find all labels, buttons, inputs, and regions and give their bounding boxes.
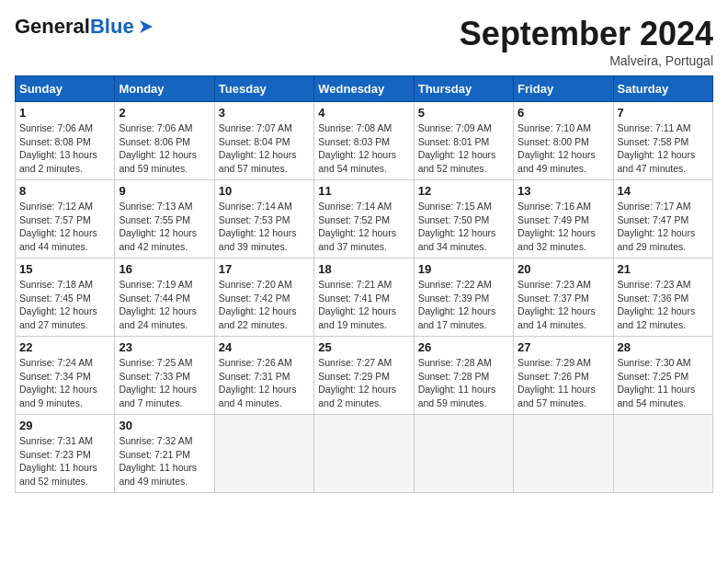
calendar-cell: 10 Sunrise: 7:14 AMSunset: 7:53 PMDaylig… — [214, 180, 313, 259]
header-saturday: Saturday — [613, 76, 712, 102]
calendar-cell: 20 Sunrise: 7:23 AMSunset: 7:37 PMDaylig… — [514, 259, 613, 337]
day-number: 6 — [518, 106, 609, 120]
day-info: Sunrise: 7:28 AMSunset: 7:28 PMDaylight:… — [418, 356, 509, 410]
weekday-header-row: Sunday Monday Tuesday Wednesday Thursday… — [16, 76, 713, 102]
day-number: 16 — [119, 262, 210, 276]
day-number: 27 — [518, 340, 609, 354]
day-number: 26 — [418, 340, 509, 354]
calendar-cell: 26 Sunrise: 7:28 AMSunset: 7:28 PMDaylig… — [414, 337, 513, 415]
calendar-cell: 9 Sunrise: 7:13 AMSunset: 7:55 PMDayligh… — [115, 180, 214, 259]
day-number: 21 — [618, 262, 709, 276]
day-info: Sunrise: 7:12 AMSunset: 7:57 PMDaylight:… — [19, 200, 110, 254]
week-row: 1 Sunrise: 7:06 AMSunset: 8:08 PMDayligh… — [16, 102, 713, 180]
week-row: 8 Sunrise: 7:12 AMSunset: 7:57 PMDayligh… — [16, 180, 713, 259]
week-row: 29 Sunrise: 7:31 AMSunset: 7:23 PMDaylig… — [16, 415, 713, 493]
calendar-cell: 1 Sunrise: 7:06 AMSunset: 8:08 PMDayligh… — [16, 102, 115, 180]
calendar-cell: 27 Sunrise: 7:29 AMSunset: 7:26 PMDaylig… — [514, 337, 613, 415]
calendar-cell: 3 Sunrise: 7:07 AMSunset: 8:04 PMDayligh… — [214, 102, 313, 180]
calendar-cell: 23 Sunrise: 7:25 AMSunset: 7:33 PMDaylig… — [115, 337, 214, 415]
day-number: 29 — [19, 419, 110, 432]
header-friday: Friday — [514, 76, 613, 102]
day-info: Sunrise: 7:06 AMSunset: 8:06 PMDaylight:… — [119, 121, 210, 176]
calendar-cell: 12 Sunrise: 7:15 AMSunset: 7:50 PMDaylig… — [414, 180, 513, 259]
day-number: 2 — [119, 106, 210, 120]
calendar-cell: 30 Sunrise: 7:32 AMSunset: 7:21 PMDaylig… — [115, 415, 214, 493]
day-info: Sunrise: 7:25 AMSunset: 7:33 PMDaylight:… — [119, 356, 210, 410]
calendar-cell: 19 Sunrise: 7:22 AMSunset: 7:39 PMDaylig… — [414, 259, 513, 337]
day-info: Sunrise: 7:24 AMSunset: 7:34 PMDaylight:… — [19, 356, 110, 410]
day-info: Sunrise: 7:27 AMSunset: 7:29 PMDaylight:… — [318, 356, 409, 410]
calendar-cell: 28 Sunrise: 7:30 AMSunset: 7:25 PMDaylig… — [613, 337, 712, 415]
day-info: Sunrise: 7:08 AMSunset: 8:03 PMDaylight:… — [318, 121, 409, 176]
day-number: 17 — [219, 262, 310, 276]
day-number: 22 — [19, 340, 110, 354]
header-tuesday: Tuesday — [214, 76, 313, 102]
header-wednesday: Wednesday — [314, 76, 414, 102]
day-info: Sunrise: 7:18 AMSunset: 7:45 PMDaylight:… — [19, 278, 110, 332]
calendar-cell: 8 Sunrise: 7:12 AMSunset: 7:57 PMDayligh… — [16, 180, 115, 259]
calendar-cell: 24 Sunrise: 7:26 AMSunset: 7:31 PMDaylig… — [214, 337, 313, 415]
svg-marker-0 — [140, 20, 153, 33]
day-info: Sunrise: 7:22 AMSunset: 7:39 PMDaylight:… — [418, 278, 509, 332]
location: Malveira, Portugal — [460, 53, 713, 68]
week-row: 15 Sunrise: 7:18 AMSunset: 7:45 PMDaylig… — [16, 259, 713, 337]
month-title: September 2024 — [460, 15, 713, 53]
calendar-table: Sunday Monday Tuesday Wednesday Thursday… — [15, 75, 713, 493]
day-number: 28 — [618, 340, 709, 354]
day-info: Sunrise: 7:13 AMSunset: 7:55 PMDaylight:… — [119, 200, 210, 254]
header-thursday: Thursday — [414, 76, 513, 102]
day-number: 8 — [19, 184, 110, 198]
calendar-cell: 17 Sunrise: 7:20 AMSunset: 7:42 PMDaylig… — [214, 259, 313, 337]
day-info: Sunrise: 7:30 AMSunset: 7:25 PMDaylight:… — [618, 356, 709, 410]
day-number: 11 — [318, 184, 409, 198]
day-number: 1 — [19, 106, 110, 120]
calendar-cell — [314, 415, 414, 493]
header-monday: Monday — [115, 76, 214, 102]
calendar-cell: 4 Sunrise: 7:08 AMSunset: 8:03 PMDayligh… — [314, 102, 414, 180]
logo-arrow-icon — [136, 17, 156, 37]
calendar-cell: 22 Sunrise: 7:24 AMSunset: 7:34 PMDaylig… — [16, 337, 115, 415]
day-number: 18 — [318, 262, 409, 276]
day-info: Sunrise: 7:06 AMSunset: 8:08 PMDaylight:… — [19, 121, 110, 176]
calendar-cell: 18 Sunrise: 7:21 AMSunset: 7:41 PMDaylig… — [314, 259, 414, 337]
day-number: 19 — [418, 262, 509, 276]
day-number: 9 — [119, 184, 210, 198]
day-number: 15 — [19, 262, 110, 276]
title-area: September 2024 Malveira, Portugal — [460, 15, 713, 68]
calendar-cell: 11 Sunrise: 7:14 AMSunset: 7:52 PMDaylig… — [314, 180, 414, 259]
day-info: Sunrise: 7:32 AMSunset: 7:21 PMDaylight:… — [119, 434, 210, 488]
day-info: Sunrise: 7:16 AMSunset: 7:49 PMDaylight:… — [518, 200, 609, 254]
calendar-cell: 6 Sunrise: 7:10 AMSunset: 8:00 PMDayligh… — [514, 102, 613, 180]
day-info: Sunrise: 7:11 AMSunset: 7:58 PMDaylight:… — [618, 121, 709, 176]
day-info: Sunrise: 7:23 AMSunset: 7:37 PMDaylight:… — [518, 278, 609, 332]
day-number: 30 — [119, 419, 210, 432]
calendar-cell: 13 Sunrise: 7:16 AMSunset: 7:49 PMDaylig… — [514, 180, 613, 259]
calendar-cell: 5 Sunrise: 7:09 AMSunset: 8:01 PMDayligh… — [414, 102, 513, 180]
day-number: 4 — [318, 106, 409, 120]
day-number: 10 — [219, 184, 310, 198]
day-number: 20 — [518, 262, 609, 276]
day-info: Sunrise: 7:14 AMSunset: 7:52 PMDaylight:… — [318, 200, 409, 254]
day-number: 12 — [418, 184, 509, 198]
day-number: 25 — [318, 340, 409, 354]
calendar-cell: 29 Sunrise: 7:31 AMSunset: 7:23 PMDaylig… — [16, 415, 115, 493]
week-row: 22 Sunrise: 7:24 AMSunset: 7:34 PMDaylig… — [16, 337, 713, 415]
calendar-cell: 7 Sunrise: 7:11 AMSunset: 7:58 PMDayligh… — [613, 102, 712, 180]
calendar-cell: 21 Sunrise: 7:23 AMSunset: 7:36 PMDaylig… — [613, 259, 712, 337]
day-number: 24 — [219, 340, 310, 354]
day-info: Sunrise: 7:20 AMSunset: 7:42 PMDaylight:… — [219, 278, 310, 332]
day-info: Sunrise: 7:07 AMSunset: 8:04 PMDaylight:… — [219, 121, 310, 176]
calendar-cell — [214, 415, 313, 493]
day-info: Sunrise: 7:09 AMSunset: 8:01 PMDaylight:… — [418, 121, 509, 176]
day-info: Sunrise: 7:19 AMSunset: 7:44 PMDaylight:… — [119, 278, 210, 332]
day-number: 13 — [518, 184, 609, 198]
day-number: 23 — [119, 340, 210, 354]
day-info: Sunrise: 7:21 AMSunset: 7:41 PMDaylight:… — [318, 278, 409, 332]
day-info: Sunrise: 7:14 AMSunset: 7:53 PMDaylight:… — [219, 200, 310, 254]
calendar-cell — [414, 415, 513, 493]
header-sunday: Sunday — [16, 76, 115, 102]
header: GeneralBlue September 2024 Malveira, Por… — [15, 15, 713, 68]
calendar-cell — [613, 415, 712, 493]
calendar-cell: 25 Sunrise: 7:27 AMSunset: 7:29 PMDaylig… — [314, 337, 414, 415]
logo-text: GeneralBlue — [15, 15, 134, 39]
